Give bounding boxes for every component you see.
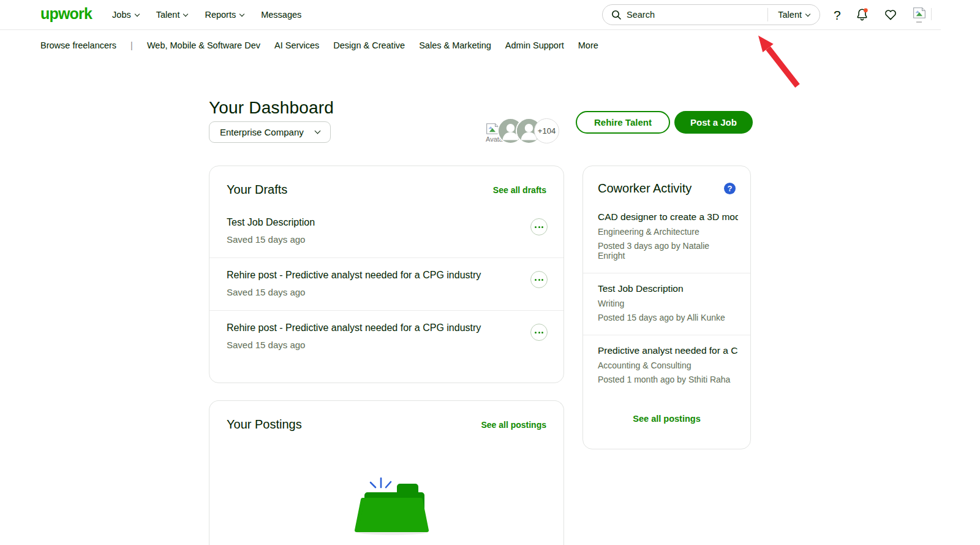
- postings-card-title: Your Postings: [227, 417, 302, 432]
- your-drafts-card: Your Drafts See all drafts Test Job Desc…: [209, 166, 564, 383]
- subnav-browse-freelancers[interactable]: Browse freelancers: [40, 40, 116, 50]
- search-scope-dropdown[interactable]: Talent: [767, 8, 810, 21]
- annotation-arrow: [738, 28, 805, 90]
- upwork-dashboard-page: upwork Jobs Talent Reports Messages Tale…: [0, 0, 941, 545]
- rehire-talent-button[interactable]: Rehire Talent: [576, 111, 670, 134]
- nav-item-messages[interactable]: Messages: [261, 10, 301, 20]
- subnav-divider: |: [130, 40, 133, 50]
- empty-folder-illustration: [340, 463, 432, 536]
- coworker-activity-card: Coworker Activity ? CAD designer to crea…: [582, 166, 751, 449]
- subnav-item-ai-services[interactable]: AI Services: [274, 40, 319, 50]
- category-subnav: Browse freelancers | Web, Mobile & Softw…: [40, 40, 598, 50]
- chevron-down-icon: [315, 128, 321, 134]
- coworker-help-icon[interactable]: ?: [724, 183, 736, 194]
- draft-saved-label: Saved 15 days ago: [227, 340, 481, 350]
- subnav-item-sales-marketing[interactable]: Sales & Marketing: [419, 40, 491, 50]
- activity-category: Engineering & Architecture: [598, 227, 738, 237]
- draft-options-menu-icon[interactable]: [530, 324, 548, 341]
- help-icon[interactable]: ?: [834, 9, 841, 21]
- subnav-item-web-mobile-software[interactable]: Web, Mobile & Software Dev: [147, 40, 260, 50]
- avatar-alt-fragment: [916, 21, 922, 23]
- post-a-job-button[interactable]: Post a Job: [674, 111, 753, 134]
- draft-title[interactable]: Test Job Description: [227, 217, 315, 228]
- subnav-item-design-creative[interactable]: Design & Creative: [333, 40, 405, 50]
- activity-posted: Posted 1 month ago by Sthiti Raha: [598, 375, 738, 384]
- nav-item-jobs[interactable]: Jobs: [112, 10, 139, 20]
- draft-title[interactable]: Rehire post - Predictive analyst needed …: [227, 322, 481, 333]
- search-icon: [611, 10, 621, 20]
- coworker-activity-item[interactable]: Test Job Description Writing Posted 15 d…: [583, 273, 750, 335]
- see-all-drafts-link[interactable]: See all drafts: [493, 185, 546, 195]
- notifications-bell-icon[interactable]: [854, 7, 870, 23]
- draft-row[interactable]: Test Job Description Saved 15 days ago: [209, 205, 564, 257]
- user-avatar[interactable]: [911, 7, 927, 23]
- activity-category: Writing: [598, 299, 738, 308]
- avatar-overflow-count[interactable]: +104: [534, 118, 559, 143]
- header-right-cluster: Talent ?: [602, 4, 927, 25]
- draft-row[interactable]: Rehire post - Predictive analyst needed …: [209, 310, 564, 363]
- broken-image-icon: [913, 7, 926, 19]
- favorites-heart-icon[interactable]: [883, 7, 898, 22]
- sparkle-lines: [371, 478, 391, 487]
- chevron-down-icon: [239, 11, 244, 16]
- team-avatar-group[interactable]: Avatar +104: [486, 118, 559, 143]
- broken-image-icon: [486, 123, 499, 135]
- upwork-logo[interactable]: upwork: [40, 6, 92, 24]
- page-title: Your Dashboard: [209, 98, 334, 118]
- activity-posted: Posted 3 days ago by Natalie Enright: [598, 241, 738, 261]
- chevron-down-icon: [134, 11, 139, 16]
- nav-item-talent[interactable]: Talent: [156, 10, 188, 20]
- draft-options-menu-icon[interactable]: [530, 271, 548, 288]
- draft-title[interactable]: Rehire post - Predictive analyst needed …: [227, 270, 481, 281]
- draft-options-menu-icon[interactable]: [530, 218, 548, 235]
- activity-title[interactable]: Predictive analyst needed for a CP…: [598, 345, 738, 356]
- draft-saved-label: Saved 15 days ago: [227, 234, 315, 245]
- coworker-see-all-postings-link[interactable]: See all postings: [633, 414, 700, 424]
- coworker-activity-title: Coworker Activity: [598, 181, 692, 196]
- company-selector[interactable]: Enterprise Company: [209, 121, 331, 143]
- see-all-postings-link[interactable]: See all postings: [481, 420, 546, 430]
- subnav-item-admin-support[interactable]: Admin Support: [505, 40, 564, 50]
- coworker-activity-item[interactable]: CAD designer to create a 3D mode… Engine…: [583, 202, 750, 273]
- top-navigation-bar: upwork Jobs Talent Reports Messages Tale…: [0, 0, 941, 30]
- draft-saved-label: Saved 15 days ago: [227, 287, 481, 297]
- main-nav: Jobs Talent Reports Messages: [112, 10, 301, 20]
- activity-title[interactable]: Test Job Description: [598, 283, 738, 294]
- notification-dot: [864, 8, 868, 12]
- nav-item-reports[interactable]: Reports: [205, 10, 244, 20]
- coworker-activity-item[interactable]: Predictive analyst needed for a CP… Acco…: [583, 335, 750, 397]
- subnav-item-more[interactable]: More: [578, 40, 598, 50]
- activity-category: Accounting & Consulting: [598, 360, 738, 370]
- activity-posted: Posted 15 days ago by Alli Kunke: [598, 313, 738, 322]
- draft-row[interactable]: Rehire post - Predictive analyst needed …: [209, 257, 564, 310]
- search-input[interactable]: [627, 10, 760, 20]
- search-bar[interactable]: Talent: [602, 4, 820, 25]
- chevron-down-icon: [183, 11, 188, 16]
- drafts-card-title: Your Drafts: [227, 183, 287, 197]
- activity-title[interactable]: CAD designer to create a 3D mode…: [598, 212, 738, 223]
- chevron-down-icon: [805, 11, 810, 16]
